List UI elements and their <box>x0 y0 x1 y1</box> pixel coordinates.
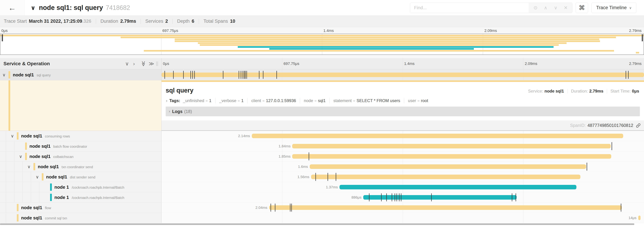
span-service-name: node 1 <box>54 195 69 200</box>
summary-value: 6 <box>192 19 194 24</box>
log-marker-tick <box>190 71 191 79</box>
span-bar-row[interactable]: 1.6ms <box>162 162 644 172</box>
span-detail-header: sql query Service: node sql1 Duration: 2… <box>162 82 644 94</box>
match-locate-icon[interactable] <box>532 6 539 10</box>
tags-accordion[interactable]: › Tags: _unfinished=1_verbose=1client=12… <box>162 94 644 103</box>
expand-all-icon[interactable]: ≫ <box>149 61 154 66</box>
log-marker-tick <box>259 71 260 79</box>
collapse-toggle-icon[interactable]: ∨ <box>36 174 39 179</box>
span-duration-bar[interactable] <box>292 154 611 159</box>
span-duration-bar[interactable] <box>162 73 644 77</box>
logs-accordion[interactable]: › Logs (18) <box>166 107 640 116</box>
tag-equals: = <box>314 99 317 103</box>
horizontal-scrollbar-thumb[interactable] <box>0 223 634 225</box>
log-marker-tick <box>369 193 370 201</box>
collapse-toggle-icon[interactable]: ∨ <box>11 133 14 138</box>
trace-collapse-icon[interactable]: ∨ <box>31 4 36 11</box>
collapse-toggle-icon[interactable]: ∨ <box>19 154 22 159</box>
expand-one-icon[interactable]: › <box>133 61 135 66</box>
indent-guide <box>14 192 14 202</box>
span-tree-row[interactable]: node sql1batch flow coordinator <box>0 141 162 151</box>
axis-tick-label: 2.09ms <box>484 29 497 33</box>
span-bar-row[interactable]: 886μs <box>162 192 644 202</box>
summary-item: Duration2.79ms <box>100 19 136 24</box>
span-tree-row[interactable]: node 1/cockroach.roachpb.Internal/Batch <box>0 182 162 192</box>
find-next-icon[interactable]: ∨ <box>552 5 559 11</box>
span-tree-row[interactable]: node 1/cockroach.roachpb.Internal/Batch <box>0 192 162 202</box>
span-bar-row[interactable]: 14μs <box>162 213 644 223</box>
minimap-right-handle[interactable] <box>642 34 643 41</box>
span-service-name: node sql1 <box>21 205 42 210</box>
span-tree-row[interactable]: ∨node sql1sql query <box>0 69 162 80</box>
span-bar-row[interactable]: 2.14ms <box>162 131 644 141</box>
span-bar-row[interactable]: 1.37ms <box>162 182 644 192</box>
span-tree-label: node sql1batch flow coordinator <box>30 144 87 149</box>
find-input[interactable] <box>410 3 529 13</box>
tag-equals: = <box>206 99 208 103</box>
start-time-label: Start Time: <box>610 89 631 94</box>
span-duration-bar[interactable] <box>252 134 624 138</box>
span-tree-row[interactable]: ∨node sql1colbatchscan <box>0 151 162 162</box>
log-marker-tick <box>246 71 247 79</box>
timeline-header-row: Service & Operation ∨ › ≫ ≫ 0μs697.75μs1… <box>0 58 644 69</box>
span-duration-bar[interactable] <box>292 144 610 148</box>
minimap-span-bar <box>0 35 644 36</box>
find-prev-icon[interactable]: ∧ <box>542 5 549 11</box>
span-duration-bar[interactable] <box>269 205 622 210</box>
span-bar-row[interactable] <box>162 69 644 80</box>
find-clear-icon[interactable]: ✕ <box>562 5 569 11</box>
log-marker-tick <box>244 71 244 79</box>
tag-item: _unfinished=1 <box>183 98 212 103</box>
span-service-name: node sql1 <box>13 72 34 77</box>
collapse-one-icon[interactable]: ∨ <box>125 61 129 66</box>
trace-view-selector[interactable]: Trace Timeline ∨ <box>592 3 636 13</box>
axis-tick-label: 2.09ms <box>525 62 537 66</box>
span-tree-row[interactable]: ∨node sql1txn coordinator send <box>0 162 162 172</box>
chevron-down-icon: ∨ <box>629 6 632 10</box>
minimap-left-handle[interactable] <box>2 34 3 41</box>
span-row: node sql1flow2.04ms <box>0 202 644 213</box>
span-duration-bar[interactable] <box>638 215 641 220</box>
span-bar-row[interactable]: 1.85ms <box>162 151 644 162</box>
command-icon: ⌘ <box>579 4 585 12</box>
collapse-toggle-icon[interactable]: ∨ <box>2 72 6 77</box>
span-tree-row[interactable]: node sql1flow <box>0 202 162 213</box>
log-marker-tick <box>241 71 241 79</box>
keyboard-shortcuts-button[interactable]: ⌘ <box>576 3 588 13</box>
deep-link-icon[interactable] <box>636 123 641 128</box>
log-marker-tick <box>621 204 621 211</box>
tag-key: _unfinished <box>183 98 204 103</box>
tag-equals: = <box>238 99 240 103</box>
duration-label: Duration: <box>571 89 588 94</box>
span-bar-row[interactable]: 1.56ms <box>162 172 644 182</box>
logs-label: Logs <box>172 109 182 114</box>
span-tree-label: node sql1consuming rows <box>21 133 70 139</box>
panel-resizer[interactable] <box>156 62 158 66</box>
span-detail-left-filler <box>0 80 162 131</box>
span-tree-row[interactable]: ∨node sql1dist sender send <box>0 172 162 182</box>
span-bar-row[interactable]: 1.84ms <box>162 141 644 151</box>
log-marker-tick <box>192 71 193 79</box>
detail-span-bar[interactable] <box>162 80 644 82</box>
span-duration-bar[interactable] <box>340 185 576 189</box>
log-marker-tick <box>612 142 612 150</box>
span-tree-label: node sql1flow <box>21 205 51 210</box>
log-marker-tick <box>276 71 277 79</box>
trace-minimap: 0μs697.75μs1.4ms2.09ms2.79ms <box>0 27 644 58</box>
axis-tick-label: 697.75μs <box>162 29 178 33</box>
chevron-right-icon: › <box>169 109 170 114</box>
back-button[interactable]: ← <box>0 0 24 16</box>
span-operation-name: commit sql txn <box>45 216 67 220</box>
tag-item: client=127.0.0.1:59936 <box>247 98 296 103</box>
span-tree-row[interactable]: ∨node sql1consuming rows <box>0 131 162 141</box>
collapse-toggle-icon[interactable]: ∨ <box>28 164 30 169</box>
minimap-canvas[interactable] <box>0 34 644 55</box>
span-duration-bar[interactable] <box>310 164 586 169</box>
log-marker-tick <box>401 193 401 201</box>
horizontal-scrollbar-track[interactable] <box>0 223 644 225</box>
span-tree-row[interactable]: node sql1commit sql txn <box>0 213 162 223</box>
collapse-all-icon[interactable]: ≫ <box>141 61 146 66</box>
span-bar-row[interactable]: 2.04ms <box>162 202 644 213</box>
span-duration-bar[interactable] <box>311 175 580 179</box>
minimap-span-bar <box>200 44 559 46</box>
